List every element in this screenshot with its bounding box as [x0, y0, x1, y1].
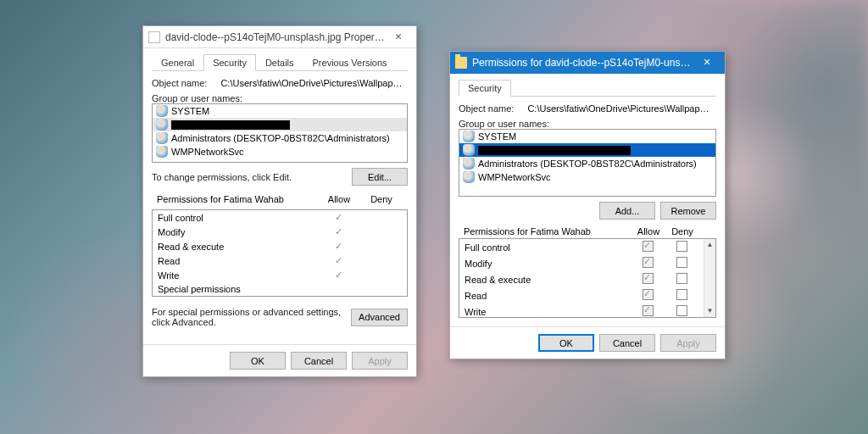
object-name-label: Object name:: [152, 78, 207, 88]
deny-checkbox[interactable]: [676, 241, 687, 252]
deny-checkbox[interactable]: [676, 273, 687, 284]
advanced-hint: For special permissions or advanced sett…: [152, 307, 351, 327]
folder-icon: [455, 57, 467, 69]
window-title: david-clode--pS14oTejM0-unsplash.jpg Pro…: [165, 31, 386, 43]
permission-row: Write✓: [153, 268, 407, 282]
tab-strip: General Security Details Previous Versio…: [152, 53, 408, 71]
edit-button[interactable]: Edit...: [352, 168, 408, 186]
deny-checkbox[interactable]: [676, 305, 687, 316]
scroll-up-icon[interactable]: ▲: [704, 239, 715, 251]
ok-button[interactable]: OK: [230, 352, 286, 370]
list-item[interactable]: [153, 118, 407, 131]
list-item[interactable]: Administrators (DESKTOP-0BST82C\Administ…: [459, 157, 715, 170]
permission-row: Write: [459, 303, 715, 318]
object-name-value: C:\Users\fatiw\OneDrive\Pictures\Wallpap…: [527, 103, 714, 114]
ok-button[interactable]: OK: [538, 334, 594, 352]
permissions-table: Full control✓Modify✓Read & execute✓Read✓…: [152, 209, 408, 297]
remove-button[interactable]: Remove: [660, 202, 716, 220]
allow-check-icon: ✓: [317, 255, 359, 266]
allow-checkbox[interactable]: [643, 305, 654, 316]
permissions-dialog: Permissions for david-clode--pS14oTejM0-…: [449, 51, 726, 359]
close-icon[interactable]: ×: [694, 54, 720, 71]
dialog-footer: OK Cancel Apply: [450, 326, 725, 359]
properties-dialog: david-clode--pS14oTejM0-unsplash.jpg Pro…: [142, 25, 417, 377]
tab-security[interactable]: Security: [459, 80, 511, 97]
allow-checkbox[interactable]: [643, 257, 654, 268]
redacted-name: [171, 120, 290, 130]
user-icon: [156, 132, 168, 144]
user-icon: [156, 119, 168, 131]
list-item[interactable]: WMPNetworkSvc: [459, 170, 715, 184]
add-button[interactable]: Add...: [599, 202, 655, 220]
file-icon: [148, 31, 160, 43]
scroll-down-icon[interactable]: ▼: [704, 305, 715, 317]
group-users-label: Group or user names:: [459, 119, 716, 129]
object-name-label: Object name:: [459, 103, 514, 114]
deny-checkbox[interactable]: [676, 289, 687, 300]
tab-security[interactable]: Security: [203, 54, 256, 71]
permission-row: Read✓: [153, 253, 407, 268]
permission-row: Special permissions: [153, 282, 407, 296]
allow-check-icon: ✓: [317, 212, 359, 223]
permissions-header: Permissions for Fatima Wahab Allow Deny: [152, 191, 408, 206]
allow-check-icon: ✓: [317, 270, 359, 281]
apply-button[interactable]: Apply: [660, 334, 716, 352]
object-name-value: C:\Users\fatiw\OneDrive\Pictures\Wallpap…: [220, 78, 407, 88]
list-item[interactable]: Administrators (DESKTOP-0BST82C\Administ…: [153, 131, 407, 145]
user-icon: [463, 171, 475, 183]
user-icon: [156, 146, 168, 158]
list-item[interactable]: [459, 143, 715, 157]
permission-row: Read: [459, 287, 715, 303]
close-icon[interactable]: ×: [386, 29, 411, 46]
tab-details[interactable]: Details: [256, 54, 303, 71]
titlebar[interactable]: david-clode--pS14oTejM0-unsplash.jpg Pro…: [143, 26, 416, 48]
window-title: Permissions for david-clode--pS14oTejM0-…: [472, 57, 694, 69]
user-icon: [156, 105, 168, 117]
cancel-button[interactable]: Cancel: [291, 352, 347, 370]
edit-hint: To change permissions, click Edit.: [152, 172, 352, 182]
redacted-name: [478, 146, 631, 155]
permission-row: Full control✓: [153, 210, 407, 225]
users-listbox[interactable]: SYSTEM Administrators (DESKTOP-0BST82C\A…: [152, 103, 408, 163]
users-listbox[interactable]: SYSTEM Administrators (DESKTOP-0BST82C\A…: [459, 129, 716, 197]
list-item[interactable]: SYSTEM: [153, 104, 407, 118]
tab-strip: Security: [459, 79, 716, 97]
allow-checkbox[interactable]: [643, 273, 654, 284]
advanced-button[interactable]: Advanced: [351, 309, 408, 326]
allow-check-icon: ✓: [317, 226, 359, 237]
allow-checkbox[interactable]: [643, 289, 654, 300]
group-users-label: Group or user names:: [152, 93, 408, 103]
deny-checkbox[interactable]: [676, 257, 687, 268]
allow-check-icon: ✓: [317, 241, 359, 252]
tab-general[interactable]: General: [152, 54, 203, 71]
allow-checkbox[interactable]: [643, 241, 654, 252]
permission-row: Modify: [459, 255, 715, 271]
permission-row: Read & execute✓: [153, 239, 407, 253]
permission-row: Modify✓: [153, 225, 407, 239]
titlebar[interactable]: Permissions for david-clode--pS14oTejM0-…: [450, 52, 725, 74]
user-icon: [463, 131, 475, 142]
user-icon: [463, 144, 475, 156]
tab-previous-versions[interactable]: Previous Versions: [303, 54, 397, 71]
list-item[interactable]: SYSTEM: [459, 130, 715, 143]
list-item[interactable]: WMPNetworkSvc: [153, 145, 407, 159]
dialog-footer: OK Cancel Apply: [143, 344, 416, 376]
scrollbar[interactable]: ▲ ▼: [704, 239, 715, 317]
permission-row: Read & execute: [459, 271, 715, 287]
user-icon: [463, 158, 475, 170]
apply-button[interactable]: Apply: [352, 352, 408, 370]
cancel-button[interactable]: Cancel: [599, 334, 655, 352]
permissions-table: Full controlModifyRead & executeReadWrit…: [459, 238, 716, 318]
permission-row: Full control: [459, 239, 715, 255]
permissions-header: Permissions for Fatima Wahab Allow Deny: [459, 223, 716, 238]
